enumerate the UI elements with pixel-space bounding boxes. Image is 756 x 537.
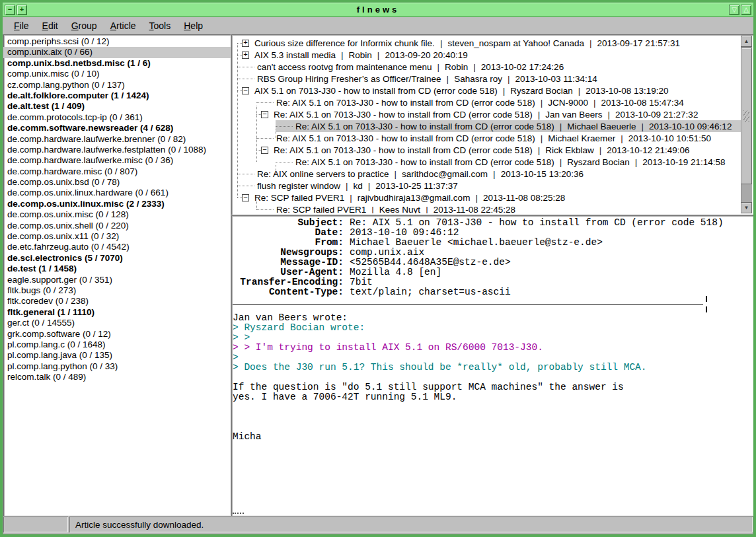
tree-branch-line xyxy=(237,197,242,198)
thread-list-item[interactable]: +AIX 5.3 install media|Robin|2013-09-20 … xyxy=(233,49,741,61)
thread-list-item[interactable]: Re: SCP failed PVER1|Kees Nuyt|2013-11-0… xyxy=(233,203,741,213)
group-list-item[interactable]: de.comp.hardware.laufwerke.misc (0 / 36) xyxy=(3,155,231,166)
thread-list-item[interactable]: Re: AIX 5.1 on 7013-J30 - how to install… xyxy=(233,120,741,132)
article-header-row: Message-ID:<52565B44.4648A35E@stz-e.de> xyxy=(233,258,753,268)
thread-list-item[interactable]: −Re: SCP failed PVER1|rajivbudhiraja13@g… xyxy=(233,192,741,203)
group-list-item[interactable]: pl.comp.lang.java (0 / 135) xyxy=(3,350,231,361)
collapse-icon[interactable]: − xyxy=(261,147,268,154)
titlebar-plus-button[interactable]: + xyxy=(17,5,27,15)
group-list-item[interactable]: de.alt.test (1 / 409) xyxy=(3,101,231,112)
collapse-icon[interactable]: − xyxy=(242,194,249,201)
group-list-item[interactable]: relcom.talk (0 / 489) xyxy=(3,372,231,382)
group-list-item[interactable]: de.comp.hardware.misc (0 / 807) xyxy=(3,166,231,177)
menu-edit[interactable]: Edit xyxy=(36,18,65,33)
scrollbar-thumb[interactable] xyxy=(741,48,752,184)
thread-row-content: −Re: AIX 5.1 on 7013-J30 - how to instal… xyxy=(256,144,741,156)
group-list-item[interactable]: de.sci.electronics (5 / 7070) xyxy=(3,253,231,264)
group-list-item[interactable]: de.comp.os.unix.linux.hardware (0 / 661) xyxy=(3,188,231,198)
thread-list-item[interactable]: +Curious size difference for Informix ch… xyxy=(233,37,741,49)
thread-separator: | xyxy=(440,38,443,48)
thread-author: Kees Nuyt xyxy=(379,205,420,214)
group-list-item[interactable]: de.comp.os.unix.x11 (0 / 32) xyxy=(3,231,231,242)
thread-subject: Re: SCP failed PVER1 xyxy=(276,205,366,214)
thread-list-item[interactable]: Re: AIX 5.1 on 7013-J30 - how to install… xyxy=(233,156,741,168)
thread-separator: | xyxy=(447,74,449,84)
group-list-item[interactable]: ger.ct (0 / 14555) xyxy=(3,318,231,328)
thread-list-item[interactable]: −AIX 5.1 on 7013-J30 - how to install fr… xyxy=(233,85,741,96)
scroll-down-button[interactable]: ▼ xyxy=(741,202,752,213)
header-label: Transfer-Encoding: xyxy=(233,277,344,287)
thread-list-item[interactable]: RBS Group Hiring Fresher’s as Officer/Tr… xyxy=(233,73,741,85)
group-list-item[interactable]: de.comp.os.unix.misc (0 / 128) xyxy=(3,209,231,220)
menu-help[interactable]: Help xyxy=(177,18,209,33)
thread-list-item[interactable]: Re: AIX 5.1 on 7013-J30 - how to install… xyxy=(233,96,741,108)
group-list-item[interactable]: de.etc.fahrzeug.auto (0 / 4542) xyxy=(3,242,231,252)
group-list-item[interactable]: de.comp.hardware.laufwerke.brenner (0 / … xyxy=(3,134,231,145)
article-body-line xyxy=(233,373,753,382)
thread-subject: AIX 5.3 install media xyxy=(254,50,336,60)
group-list-item[interactable]: pl.comp.lang.c (0 / 1648) xyxy=(3,340,231,350)
thread-separator: | xyxy=(642,122,644,131)
group-list-item[interactable]: pl.comp.lang.python (0 / 33) xyxy=(3,361,231,372)
thread-subject: Re: AIX 5.1 on 7013-J30 - how to install… xyxy=(274,145,533,155)
tree-branch-vline xyxy=(256,201,257,209)
thread-row-content: can't access rootvg from maintenance men… xyxy=(237,61,741,73)
thread-list-item[interactable]: −Re: AIX 5.1 on 7013-J30 - how to instal… xyxy=(233,144,741,156)
group-list-item[interactable]: comp.unix.bsd.netbsd.misc (1 / 6) xyxy=(3,58,231,69)
scroll-up-button[interactable]: ▲ xyxy=(741,36,752,47)
thread-list-item[interactable]: can't access rootvg from maintenance men… xyxy=(233,61,741,73)
minus-icon: − xyxy=(8,6,12,13)
header-label: From: xyxy=(233,238,344,248)
group-list-item[interactable]: comp.unix.aix (0 / 66) xyxy=(3,47,231,57)
titlebar-minus-button[interactable]: − xyxy=(5,5,15,15)
titlebar-maximize-button[interactable]: △ xyxy=(741,5,751,15)
expand-icon[interactable]: + xyxy=(242,40,249,47)
tree-branch-line xyxy=(237,67,254,67)
group-list-item[interactable]: fltk.coredev (0 / 238) xyxy=(3,296,231,306)
thread-separator: | xyxy=(475,193,478,203)
group-list-item[interactable]: de.comp.hardware.laufwerke.festplatten (… xyxy=(3,145,231,155)
triangle-down-icon: ▽ xyxy=(732,6,737,13)
thread-list-item[interactable]: Re: AIX online servers to practice|sarit… xyxy=(233,168,741,180)
thread-scrollbar[interactable]: ▲ ▼ xyxy=(741,36,752,213)
thread-separator: | xyxy=(593,98,596,108)
thread-row-content: −Re: SCP failed PVER1|rajivbudhiraja13@g… xyxy=(237,192,741,203)
menu-group[interactable]: Group xyxy=(65,18,104,33)
group-list-item[interactable]: eagle.support.ger (0 / 351) xyxy=(3,275,231,285)
expand-icon[interactable]: + xyxy=(242,52,249,59)
thread-list-item[interactable]: −Re: AIX 5.1 on 7013-J30 - how to instal… xyxy=(233,108,741,120)
article-body-line: Jan van Beers wrote: xyxy=(233,313,753,323)
group-list-item[interactable]: grk.comp.software (0 / 12) xyxy=(3,329,231,340)
thread-list-panel: +Curious size difference for Informix ch… xyxy=(231,34,753,215)
titlebar-shade-button[interactable]: ▽ xyxy=(729,5,739,15)
thread-row-content: Re: AIX online servers to practice|sarit… xyxy=(237,168,741,180)
collapse-icon[interactable]: − xyxy=(242,87,249,94)
group-list-item[interactable]: comp.unix.misc (0 / 10) xyxy=(3,69,231,79)
header-label: Subject: xyxy=(233,218,344,228)
title-bar[interactable]: − + flnews ▽ △ xyxy=(3,3,753,17)
group-list-item[interactable]: cz.comp.lang.python (0 / 137) xyxy=(3,80,231,90)
thread-list-item[interactable]: flush register window|kd|2013-10-25 11:3… xyxy=(233,180,741,192)
group-list-item[interactable]: fltk.general (1 / 1110) xyxy=(3,307,231,318)
group-list-item[interactable]: fltk.bugs (0 / 273) xyxy=(3,285,231,296)
tile-resize-grip[interactable] xyxy=(233,513,244,514)
group-list-item[interactable]: de.comp.os.unix.bsd (0 / 78) xyxy=(3,177,231,188)
group-list-item[interactable]: de.comp.os.unix.linux.misc (2 / 2333) xyxy=(3,199,231,209)
menu-file[interactable]: File xyxy=(7,18,36,33)
article-body-line: > > xyxy=(233,333,753,343)
thread-author: kd xyxy=(354,181,363,191)
menu-tools[interactable]: Tools xyxy=(143,18,178,33)
article-headers: Subject:Re: AIX 5.1 on 7013-J30 - how to… xyxy=(231,215,753,297)
group-list-item[interactable]: de.alt.folklore.computer (1 / 1424) xyxy=(3,90,231,101)
group-list-item[interactable]: de.comm.software.newsreader (4 / 628) xyxy=(3,123,231,133)
thread-separator: | xyxy=(350,193,352,203)
group-list-item[interactable]: de.comm.protocols.tcp-ip (0 / 361) xyxy=(3,112,231,123)
group-list-item[interactable]: de.test (1 / 1458) xyxy=(3,264,231,274)
thread-list-item[interactable]: Re: AIX 5.1 on 7013-J30 - how to install… xyxy=(233,132,741,144)
collapse-icon[interactable]: − xyxy=(261,111,268,118)
group-list-item[interactable]: comp.periphs.scsi (0 / 12) xyxy=(3,36,231,47)
thread-row-content: Re: SCP failed PVER1|Kees Nuyt|2013-11-0… xyxy=(256,203,741,213)
menu-article[interactable]: Article xyxy=(104,18,143,33)
triangle-up-icon: △ xyxy=(743,6,749,13)
group-list-item[interactable]: de.comp.os.unix.shell (0 / 220) xyxy=(3,221,231,231)
